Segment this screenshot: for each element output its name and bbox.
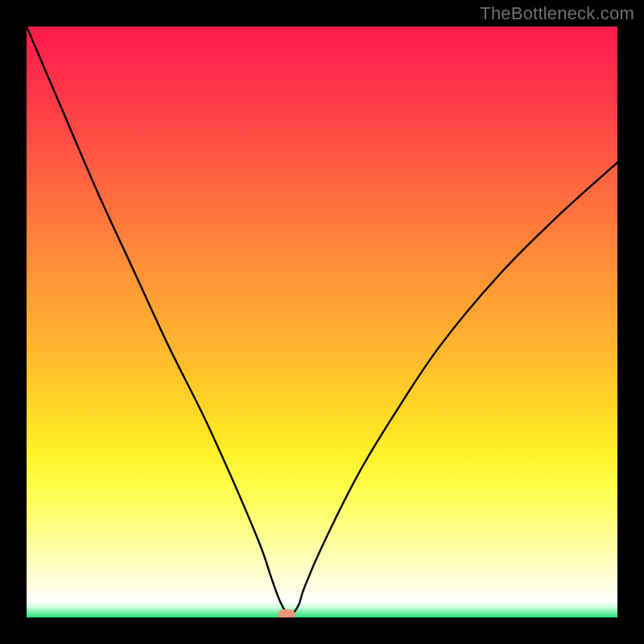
watermark-text: TheBottleneck.com xyxy=(480,3,634,24)
optimum-marker xyxy=(278,609,295,617)
curve-path xyxy=(27,27,617,615)
bottleneck-curve xyxy=(27,27,617,617)
plot-area xyxy=(27,27,617,617)
chart-frame: TheBottleneck.com xyxy=(0,0,644,644)
